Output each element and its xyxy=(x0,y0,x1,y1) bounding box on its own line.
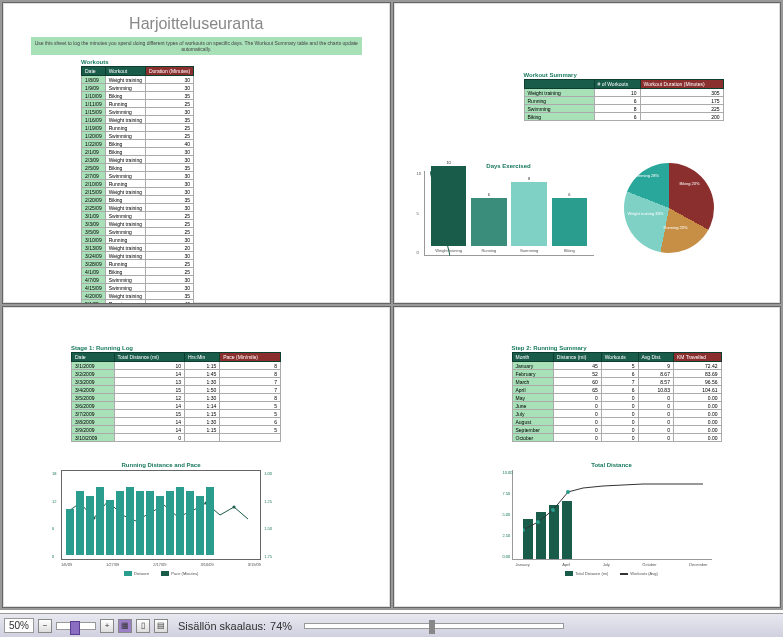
table-row: 3/13/09Weight training20 xyxy=(82,244,194,252)
col-month: Month xyxy=(512,353,553,362)
svg-point-10 xyxy=(551,508,555,512)
col-avg: Avg Dist. xyxy=(638,353,673,362)
zoom-in-button[interactable]: + xyxy=(100,619,114,633)
table-row: 2/3/09Weight training30 xyxy=(82,156,194,164)
preview-page-2: Workout Summary # of Workouts Workout Du… xyxy=(393,2,782,304)
legend-total: Total Distance (mi) xyxy=(575,571,608,576)
distance-bar xyxy=(96,487,104,555)
table-row: 2/15/09Weight training30 xyxy=(82,188,194,196)
table-row: Weight training10305 xyxy=(524,89,723,97)
table-row: 1/20/09Swimming25 xyxy=(82,132,194,140)
summary-heading: Workout Summary xyxy=(524,72,724,78)
y-axis: 1050 xyxy=(417,171,421,255)
preview-page-4: Step 2: Running Summary Month Distance (… xyxy=(393,306,782,608)
legend-pace: Pace (Minutes) xyxy=(171,571,198,576)
table-row: 4/7/09Swimming30 xyxy=(82,276,194,284)
table-row: 3/1/2009101:158 xyxy=(72,362,281,370)
bar-Biking: 6Biking xyxy=(552,192,587,253)
table-row: 2/1/09Biking30 xyxy=(82,148,194,156)
document-title: Harjoitteluseuranta xyxy=(11,15,382,33)
svg-point-9 xyxy=(536,520,540,524)
table-row: 3/4/2009151:507 xyxy=(72,386,281,394)
distance-bar xyxy=(206,487,214,555)
left-y-axis: 181260 xyxy=(52,471,56,559)
zoom-slider[interactable] xyxy=(56,622,96,630)
running-summary-heading: Step 2: Running Summary xyxy=(512,345,773,351)
total-legend: Total Distance (mi) Workouts (Avg) xyxy=(512,571,712,576)
table-row: 3/2/2009141:458 xyxy=(72,370,281,378)
table-row: 3/5/2009121:308 xyxy=(72,394,281,402)
table-row: 2/7/09Swimming30 xyxy=(82,172,194,180)
col-count: # of Workouts xyxy=(594,80,640,89)
pie-graphic: Biking 20% Running 20% Weight training 3… xyxy=(624,163,714,253)
zoom-out-button[interactable]: − xyxy=(38,619,52,633)
table-row: 2/25/09Weight training30 xyxy=(82,204,194,212)
distance-bar xyxy=(126,487,134,555)
content-scale-value: 74% xyxy=(270,620,292,632)
distance-bar xyxy=(106,500,114,555)
trend-line xyxy=(430,171,450,256)
table-row: 3/7/2009151:155 xyxy=(72,410,281,418)
col-dist: Distance (mi) xyxy=(553,353,601,362)
col-pace: Pace (Min/mile) xyxy=(220,353,281,362)
table-row: Running6175 xyxy=(524,97,723,105)
distance-bar xyxy=(86,496,94,555)
table-row: April65610.83104.61 xyxy=(512,386,721,394)
table-row: 3/3/09Weight training25 xyxy=(82,220,194,228)
running-legend: Distance Pace (Minutes) xyxy=(61,571,261,576)
x-axis-dates: 1/6/091/27/092/17/093/10/093/19/09 xyxy=(61,562,261,567)
col-km: KM Travelled xyxy=(673,353,721,362)
view-layout-icon[interactable]: ▤ xyxy=(154,619,168,633)
col-dist: Total Distance (mi) xyxy=(114,353,184,362)
table-row: January455972.42 xyxy=(512,362,721,370)
distance-bar xyxy=(116,491,124,555)
workout-pie-chart: Biking 20% Running 20% Weight training 3… xyxy=(604,163,734,256)
table-row: 3/3/2009131:307 xyxy=(72,378,281,386)
pie-label-wt: Biking 20% xyxy=(680,181,700,186)
svg-line-0 xyxy=(430,171,450,256)
table-row: February5268.6783.69 xyxy=(512,370,721,378)
table-row: 1/11/09Running25 xyxy=(82,100,194,108)
table-row: 4/15/09Swimming30 xyxy=(82,284,194,292)
distance-bar xyxy=(76,491,84,555)
workouts-heading: Workouts xyxy=(81,59,382,65)
pie-label-bike: Swimming 28% xyxy=(632,173,660,178)
col-workouts: Workouts xyxy=(601,353,638,362)
running-log-heading: Stage 1: Running Log xyxy=(71,345,382,351)
table-row: 3/24/09Weight training30 xyxy=(82,252,194,260)
view-normal-icon[interactable]: ▦ xyxy=(118,619,132,633)
content-scale-slider[interactable] xyxy=(304,623,564,629)
status-bar: 50% − + ▦ ▯ ▤ Sisällön skaalaus: 74% xyxy=(0,613,783,637)
table-row: September0000.00 xyxy=(512,426,721,434)
svg-point-7 xyxy=(233,506,236,509)
table-row: 3/6/2009141:145 xyxy=(72,402,281,410)
view-page-icon[interactable]: ▯ xyxy=(136,619,150,633)
bar-Swimming: 8Swimming xyxy=(511,176,546,253)
total-distance-title: Total Distance xyxy=(512,462,712,468)
distance-bar xyxy=(156,496,164,555)
preview-page-3: Stage 1: Running Log Date Total Distance… xyxy=(2,306,391,608)
table-row: 4/1/09Biking25 xyxy=(82,268,194,276)
table-row: 3/5/09Swimming25 xyxy=(82,228,194,236)
running-distance-pace-chart: 181260 1.001.251.501.75 xyxy=(61,470,261,560)
print-preview-grid: Harjoitteluseuranta Use this sheet to lo… xyxy=(0,0,783,610)
table-row: 1/15/09Swimming30 xyxy=(82,108,194,116)
distance-bar xyxy=(186,491,194,555)
table-row: 3/9/2009141:155 xyxy=(72,426,281,434)
table-row: 1/9/09Swimming30 xyxy=(82,84,194,92)
col-time: Hrs:Min xyxy=(185,353,220,362)
table-row: 3/10/20090 xyxy=(72,434,281,442)
table-row: 3/1/09Swimming25 xyxy=(82,212,194,220)
workouts-table: Date Workout Duration (Minutes) 1/8/09We… xyxy=(81,66,194,304)
pie-label-run: Running 20% xyxy=(664,225,688,230)
table-row: 3/28/09Running25 xyxy=(82,260,194,268)
zoom-percentage[interactable]: 50% xyxy=(4,618,34,633)
x-axis-months: JanuaryAprilJulyOctoberDecember xyxy=(512,562,712,567)
table-row: 1/19/09Running25 xyxy=(82,124,194,132)
svg-point-11 xyxy=(566,490,570,494)
table-row: May0000.00 xyxy=(512,394,721,402)
running-log-table: Date Total Distance (mi) Hrs:Min Pace (M… xyxy=(71,352,281,442)
table-row: 5/1/09Running40 xyxy=(82,300,194,305)
info-banner: Use this sheet to log the minutes you sp… xyxy=(31,37,362,55)
table-row: 1/16/09Weight training35 xyxy=(82,116,194,124)
